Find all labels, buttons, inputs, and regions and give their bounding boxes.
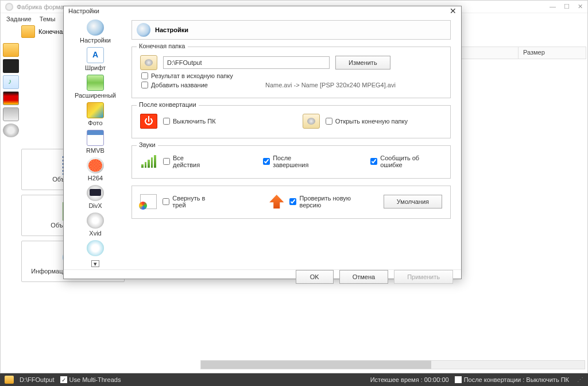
left-toolbar — [1, 25, 21, 373]
ok-button[interactable]: OK — [296, 270, 334, 284]
reel-icon — [87, 157, 104, 173]
sound-error-checkbox[interactable]: Сообщить об ошибке — [370, 155, 442, 168]
output-group-title: Конечная папка — [137, 43, 188, 49]
cat-settings-label: Настройки — [80, 37, 111, 44]
cat-photo[interactable]: Фото — [69, 101, 121, 128]
sounds-group: Звуки Все действия После завершения Сооб… — [131, 145, 451, 179]
folder-icon — [5, 376, 14, 384]
menu-themes[interactable]: Темы — [40, 16, 56, 22]
col-size[interactable]: Размер — [519, 47, 586, 59]
cat-h264[interactable]: H264 — [69, 156, 121, 183]
cat-rmvb-label: RMVB — [86, 147, 105, 154]
toolbar-video-icon[interactable] — [3, 59, 19, 73]
menu-task[interactable]: Задание — [6, 16, 32, 22]
cat-advanced[interactable]: Расширенный — [69, 73, 121, 101]
apply-button[interactable]: Применить — [394, 270, 453, 284]
check-update-checkbox[interactable]: Проверить новую версию — [289, 195, 372, 209]
cat-xvid-label: Xvid — [89, 230, 101, 237]
sb-output-path: D:\FFOutput — [20, 376, 55, 383]
divx-icon — [87, 185, 104, 201]
gear-icon — [87, 20, 104, 36]
cat-h264-label: H264 — [88, 175, 103, 182]
cat-font[interactable]: Шрифт — [69, 45, 121, 73]
photo-icon — [87, 102, 104, 118]
after-conversion-group: После конвертации ⏻ Выключить ПК Открыть… — [131, 105, 451, 138]
result-to-source-checkbox[interactable]: Результат в исходную папку — [141, 72, 233, 79]
wmv-icon — [87, 240, 104, 256]
cancel-button[interactable]: Отмена — [339, 270, 388, 284]
app-icon — [5, 3, 13, 11]
after-group-title: После конвертации — [137, 101, 199, 108]
maximize-button[interactable]: ☐ — [564, 3, 570, 10]
minimize-button[interactable]: — — [550, 3, 556, 10]
horizontal-scrollbar[interactable] — [200, 360, 585, 369]
toolbar-folder-icon[interactable] — [3, 43, 19, 57]
gear-icon — [137, 23, 150, 37]
multithread-checkbox[interactable]: ✓Use Multi-Threads — [60, 376, 121, 383]
sb-after-checkbox[interactable]: После конвертации : Выключить ПК — [455, 376, 569, 383]
cat-rmvb[interactable]: RMVB — [69, 128, 121, 156]
cat-divx[interactable]: DivX — [69, 183, 121, 211]
open-folder-checkbox[interactable]: Открыть конечную папку — [326, 118, 408, 125]
folder-icon — [140, 55, 157, 70]
settings-panel: Настройки Конечная папка Изменить Резуль… — [127, 16, 461, 269]
cat-advanced-label: Расширенный — [75, 92, 116, 99]
folder-icon — [303, 114, 320, 129]
close-button[interactable]: ✕ — [578, 3, 583, 10]
cat-photo-label: Фото — [88, 119, 102, 126]
power-icon: ⏻ — [140, 114, 157, 129]
settings-dialog: Настройки ✕ Настройки Шрифт Расширенный … — [63, 6, 462, 279]
cat-wmv[interactable] — [69, 238, 121, 258]
shutdown-checkbox[interactable]: Выключить ПК — [163, 118, 216, 125]
defaults-button[interactable]: Умолчания — [384, 195, 442, 209]
statusbar: D:\FFOutput ✓Use Multi-Threads Истекшее … — [0, 373, 588, 386]
toolbar-audio-icon[interactable] — [3, 75, 19, 89]
cat-settings[interactable]: Настройки — [69, 18, 121, 45]
dialog-title: Настройки — [68, 7, 99, 14]
dialog-titlebar: Настройки ✕ — [64, 6, 461, 16]
output-folder-group: Конечная папка Изменить Результат в исхо… — [131, 47, 451, 98]
category-sidebar: Настройки Шрифт Расширенный Фото RMVB H2… — [64, 16, 127, 269]
app-title: Фабрика формат — [17, 3, 67, 10]
update-icon — [269, 195, 284, 209]
folder-icon[interactable] — [21, 25, 35, 38]
resize-grip[interactable]: ⋰ — [577, 376, 583, 384]
cat-font-label: Шрифт — [85, 64, 106, 71]
sound-done-checkbox[interactable]: После завершения — [263, 155, 328, 168]
scroll-down-button[interactable]: ▾ — [91, 260, 99, 267]
misc-group: Свернуть в трей Проверить новую версию У… — [131, 186, 451, 219]
add-name-checkbox[interactable]: Добавить название — [141, 82, 208, 88]
font-icon — [87, 47, 104, 63]
cat-divx-label: DivX — [88, 202, 102, 209]
dialog-close-button[interactable]: ✕ — [450, 6, 457, 16]
landscape-icon — [87, 75, 104, 91]
name-example-text: Name.avi -> Name [PSP 320x240 MPEG4].avi — [265, 82, 396, 88]
minimize-tray-checkbox[interactable]: Свернуть в трей — [163, 195, 219, 209]
toolbar-flag-icon[interactable] — [3, 91, 19, 105]
toolbar-drive-icon[interactable] — [3, 107, 19, 121]
panel-header-title: Настройки — [155, 26, 188, 33]
change-button[interactable]: Изменить — [335, 56, 390, 70]
bars-icon — [140, 154, 157, 169]
rmvb-icon — [87, 130, 104, 146]
sb-elapsed: Истекшее время : 00:00:00 — [370, 376, 449, 383]
dialog-footer: OK Отмена Применить — [64, 269, 461, 284]
sound-all-checkbox[interactable]: Все действия — [163, 155, 212, 168]
xvid-icon — [87, 213, 104, 229]
panel-header: Настройки — [131, 20, 451, 40]
cat-xvid[interactable]: Xvid — [69, 211, 121, 238]
output-path-input[interactable] — [163, 56, 330, 69]
tray-icon — [140, 194, 157, 209]
sounds-group-title: Звуки — [137, 141, 158, 148]
toolbar-settings-icon[interactable] — [3, 123, 19, 137]
